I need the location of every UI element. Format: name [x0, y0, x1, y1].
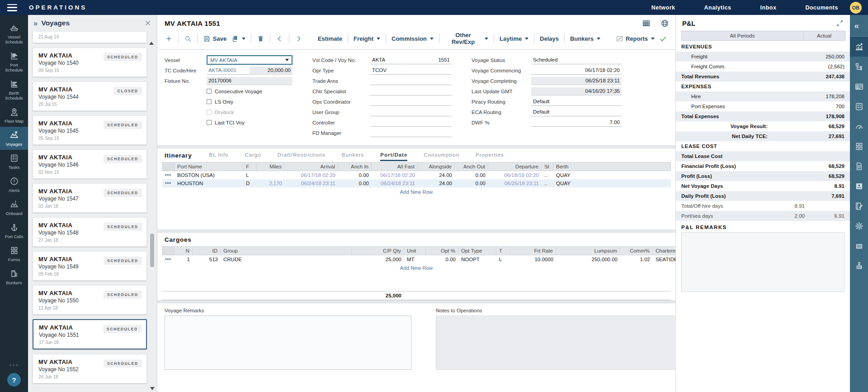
fd-manager-field[interactable]	[370, 129, 452, 137]
vessel-select[interactable]: MV AKTAIA	[207, 55, 292, 65]
globe-icon[interactable]	[660, 19, 669, 28]
tc-code-hire-code-field[interactable]: AKTA-I0001	[207, 67, 250, 75]
next-button[interactable]	[292, 33, 305, 44]
voyage-card[interactable]: MV AKTAIAVoyage No 154602 Nov 15SCHEDULE…	[33, 149, 147, 179]
expand-panel-icon[interactable]: »	[33, 19, 38, 27]
voyage-card[interactable]: MV AKTAIAVoyage No 154701 Jan 18SCHEDULE…	[33, 183, 147, 213]
bunkers-button[interactable]: Bunkers	[568, 34, 603, 43]
cargoes-add-new-row-link[interactable]: Add New Row	[157, 263, 675, 272]
tab-cargo[interactable]: Cargo	[245, 152, 261, 161]
cell-alongside[interactable]: 24.00	[418, 171, 455, 179]
rail-item-port-operations[interactable]	[850, 256, 868, 276]
search-button[interactable]	[182, 33, 194, 44]
eca-routing-field[interactable]: Default	[531, 108, 622, 116]
vessel-code-field[interactable]: AKTA	[370, 56, 411, 64]
checkbox-last-tci-voy[interactable]: Last TCI Voy	[207, 118, 292, 127]
sidebar-item-voyages[interactable]: Voyages	[0, 127, 28, 150]
dwf-field[interactable]: 7.00	[531, 119, 622, 127]
cell-opt-type[interactable]: NOOPT	[458, 255, 496, 263]
cell-c-p-qty[interactable]: 25,000	[352, 255, 404, 263]
voyage-card[interactable]: MV AKTAIAVoyage No 154429 Jul 15CLOSED	[33, 81, 147, 111]
notes-to-operations-input[interactable]	[436, 316, 683, 370]
cell-f[interactable]: L	[243, 171, 257, 179]
avatar[interactable]: OB	[850, 2, 862, 14]
cell-miles[interactable]: 2,170	[257, 179, 285, 187]
other-rev-exp-button[interactable]: Other Rev/Exp	[443, 30, 491, 47]
scrollbar-thumb[interactable]	[150, 234, 154, 267]
row-menu-icon[interactable]: •••	[162, 179, 175, 187]
previous-button[interactable]	[274, 33, 286, 44]
tab-bunkers[interactable]: Bunkers	[342, 152, 364, 161]
cell-berth[interactable]: QUAY	[553, 179, 671, 187]
tab-properties[interactable]: Properties	[476, 152, 504, 161]
voyage-completing-field[interactable]: 06/25/18 23:11	[531, 77, 622, 85]
trade-area-field[interactable]	[370, 77, 452, 85]
last-update-gmt-field[interactable]: 04/16/20 17:35	[531, 87, 622, 96]
tab-draft-restrictions[interactable]: Draft/Restrictions	[278, 152, 326, 161]
cell-lumpsum[interactable]: 250,000.00	[556, 255, 620, 263]
ops-coordinator-field[interactable]	[370, 98, 452, 106]
tc-code-hire-rate-field[interactable]: 20,000.00	[250, 67, 292, 75]
voyage-card[interactable]: MV AKTAIAVoyage No 154827 Jan 18SCHEDULE…	[33, 217, 147, 247]
top-nav-documents[interactable]: Documents	[805, 5, 838, 11]
rail-item-grid-view[interactable]	[850, 76, 868, 96]
rail-item-notes[interactable]	[850, 196, 868, 216]
sidebar-item-berth-schedule[interactable]: Berth Schedule	[0, 76, 28, 104]
top-nav-network[interactable]: Network	[651, 5, 675, 11]
cell-frt-rate[interactable]: 10.0000	[510, 255, 556, 263]
row-menu-icon[interactable]: •••	[162, 171, 175, 179]
add-button[interactable]	[163, 33, 175, 44]
voyage-status-field[interactable]: Scheduled	[531, 56, 622, 64]
commission-button[interactable]: Commission	[389, 34, 436, 43]
menu-icon[interactable]	[7, 4, 17, 11]
cell-port-name[interactable]: BOSTON (USA)	[175, 171, 243, 179]
fixture-no-field[interactable]: 20170006	[207, 77, 292, 85]
controller-field[interactable]	[370, 119, 452, 127]
sidebar-item-port-calls[interactable]: Port Calls	[0, 219, 28, 242]
scroll-down-arrow[interactable]	[150, 387, 155, 390]
cell-opt[interactable]: 0.00	[426, 255, 458, 263]
help-button[interactable]: ?	[7, 373, 21, 387]
voyage-number-field[interactable]: 1551	[411, 56, 452, 64]
cell-comm[interactable]: 1.02	[620, 255, 653, 263]
chtr-specialist-field[interactable]	[370, 87, 452, 96]
opr-type-field[interactable]: TCOV	[370, 67, 452, 75]
cell-unit[interactable]: MT	[404, 255, 426, 263]
rail-item-task-list[interactable]	[850, 96, 868, 116]
cell-alongside[interactable]: 24.00	[418, 179, 455, 187]
voyage-card[interactable]: MV AKTAIAVoyage No 155012 Apr 18SCHEDULE…	[33, 285, 147, 315]
cell-st[interactable]: ..	[542, 171, 553, 179]
cell-arrival[interactable]: 06/24/18 23:11	[285, 179, 338, 187]
tab-consumption[interactable]: Consumption	[424, 152, 459, 161]
cell-departure[interactable]: 06/18/18 02:20	[488, 171, 542, 179]
delays-button[interactable]: Delays	[538, 34, 561, 43]
copy-button[interactable]	[229, 33, 248, 44]
validate-button[interactable]	[657, 33, 669, 44]
cell-t[interactable]: L	[496, 255, 510, 263]
piracy-routing-field[interactable]: Default	[531, 98, 622, 106]
cell-all-fast[interactable]: 06/24/18 23:11	[372, 179, 418, 187]
cell-anch-in[interactable]: 0.00	[338, 171, 372, 179]
itinerary-add-new-row-link[interactable]: Add New Row	[157, 187, 675, 196]
sidebar-item-vessel-schedule[interactable]: Vessel Schedule	[0, 19, 28, 48]
rail-item-forms[interactable]	[850, 136, 868, 156]
cell-berth[interactable]: QUAY	[553, 171, 671, 179]
close-panel-icon[interactable]	[144, 19, 151, 27]
pnl-period-header[interactable]: All Periods	[682, 31, 803, 40]
tab-bl-info[interactable]: BL Info	[209, 152, 228, 161]
checkbox-consecutive-voyage[interactable]: Consecutive Voyage	[207, 87, 292, 96]
sidebar-item-bunkers[interactable]: Bunkers	[0, 265, 28, 288]
sidebar-item-alerts[interactable]: Alerts	[0, 173, 28, 196]
freight-button[interactable]: Freight	[351, 34, 382, 43]
cell-all-fast[interactable]: 06/17/18 02:20	[372, 171, 418, 179]
reports-button[interactable]: Reports	[613, 33, 657, 44]
rail-item-collapse-panel[interactable]: «	[850, 15, 868, 37]
cell-port-name[interactable]: HOUSTON	[175, 179, 243, 187]
grid-view-icon[interactable]	[642, 19, 651, 28]
sidebar-item-port-schedule[interactable]: Port Schedule	[0, 48, 28, 76]
row-menu-icon[interactable]: •••	[162, 255, 175, 263]
rail-item-voyage-structure[interactable]	[850, 57, 868, 76]
voyage-card[interactable]: MV AKTAIAVoyage No 154909 Feb 18SCHEDULE…	[33, 251, 147, 281]
cell-st[interactable]: ..	[542, 179, 553, 187]
cell-id[interactable]: 513	[193, 255, 221, 263]
